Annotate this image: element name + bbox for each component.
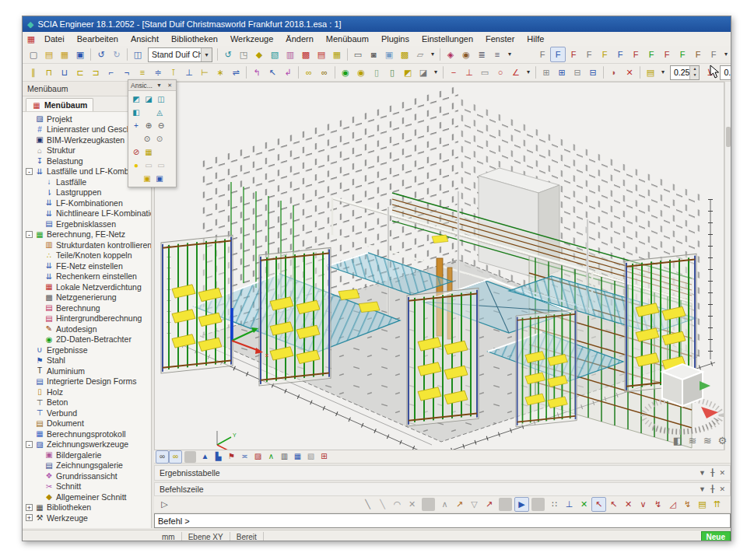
snap-arc-icon[interactable]: ◠ bbox=[390, 497, 405, 512]
activity1-icon[interactable]: ◩ bbox=[400, 65, 416, 80]
status-new-button[interactable]: Neue bbox=[701, 531, 731, 542]
tree-item[interactable]: ▯ Holz bbox=[23, 387, 151, 397]
tree-expander[interactable] bbox=[35, 325, 42, 332]
snap-node1-icon[interactable]: ↖ bbox=[591, 497, 606, 512]
tree-expander[interactable] bbox=[35, 189, 42, 196]
label8-icon[interactable]: F bbox=[644, 47, 659, 62]
copy2-icon[interactable]: ⊞ bbox=[554, 65, 570, 80]
menu-item[interactable]: Datei bbox=[38, 33, 71, 45]
settings-gear-icon[interactable]: ⚙ bbox=[717, 434, 728, 446]
tree-expander[interactable] bbox=[26, 157, 33, 164]
tree-expander[interactable]: + bbox=[26, 504, 33, 511]
section3-icon[interactable]: ⊔ bbox=[57, 65, 72, 80]
print-view2-icon[interactable]: ▭ bbox=[155, 159, 167, 172]
tree-expander[interactable]: - bbox=[26, 231, 33, 238]
tree-item[interactable]: ❖ Grundrissansicht bbox=[23, 471, 151, 481]
tree-expander[interactable] bbox=[35, 493, 42, 500]
section5-icon[interactable]: ⊐ bbox=[88, 65, 103, 80]
tools1-icon[interactable]: ◈ bbox=[443, 47, 458, 62]
clipboard-icon[interactable]: ▣ bbox=[141, 172, 153, 185]
title-bar[interactable]: ◆ SCIA Engineer 18.1.2052 - [Stand Duif … bbox=[23, 16, 731, 32]
panel-dropdown-icon[interactable]: ▼ bbox=[699, 485, 706, 493]
select2-icon[interactable]: ↖ bbox=[265, 65, 280, 80]
tree-expander[interactable] bbox=[26, 388, 33, 395]
tree-item[interactable]: ⇂ Lastgruppen bbox=[23, 187, 151, 198]
ortho-icon[interactable]: ⊥ bbox=[562, 497, 577, 512]
copy-attr-icon[interactable]: ▥ bbox=[282, 47, 298, 62]
planes-tool-icon[interactable]: ≋ bbox=[702, 434, 714, 446]
tree-item[interactable]: ▦ Lokale Netzverdichtung bbox=[23, 282, 151, 292]
picture-icon[interactable]: ▱ bbox=[412, 47, 428, 62]
snap-line2-icon[interactable]: ╲ bbox=[375, 497, 390, 512]
zoom-out-icon[interactable]: ⊖ bbox=[155, 119, 167, 132]
tree-item[interactable]: - ▨ Zeichnungswerkzeuge bbox=[23, 439, 151, 450]
tree-item[interactable]: ▥ Strukturdaten kontrollieren bbox=[23, 240, 151, 250]
tree-item[interactable]: ▤ Hintergrundberechnung bbox=[23, 313, 151, 324]
results-table-panel[interactable]: Ergebnisstabelle ▼ ╂ ✕ bbox=[154, 465, 731, 481]
section2-icon[interactable]: ⊓ bbox=[41, 65, 57, 80]
tree-item[interactable]: ⇊ Rechenkern einstellen bbox=[23, 271, 151, 282]
tree-expander[interactable] bbox=[35, 283, 42, 290]
tools4-icon[interactable]: ≡ bbox=[489, 47, 505, 62]
layers-tool-icon[interactable]: ≋ bbox=[686, 434, 698, 446]
tree-item[interactable]: T Aluminium bbox=[23, 366, 151, 376]
tree-expander[interactable] bbox=[26, 420, 33, 427]
tree-item[interactable]: ▤ Integrierte Design Forms bbox=[23, 376, 151, 387]
save-icon[interactable]: ▣ bbox=[72, 47, 88, 62]
tree-item[interactable]: ⇊ Nichtlineare LF-Kombinationen bbox=[23, 208, 151, 219]
view-palette[interactable]: Ansic... ▼ ✕ ◩◪◫◧◬+⊕⊖⊙⊙⊘▦●▭▭▣▣ bbox=[128, 79, 177, 187]
print-view1-icon[interactable]: ▭ bbox=[142, 159, 155, 172]
snap-node2-icon[interactable]: ↖ bbox=[606, 497, 621, 512]
tree-expander[interactable] bbox=[35, 241, 42, 248]
dim-line-icon[interactable]: − bbox=[446, 65, 461, 80]
tree-item[interactable]: ▦ Berechnungsprotokoll bbox=[23, 429, 151, 439]
tree-item[interactable]: ∴ Teile/Knoten koppeln bbox=[23, 250, 151, 261]
print-icon[interactable]: ▭ bbox=[350, 47, 366, 62]
zoom-prev-icon[interactable]: ⊘ bbox=[130, 145, 142, 159]
zoom-tool-icon[interactable] bbox=[657, 434, 668, 446]
zoom-in-icon[interactable]: ⊕ bbox=[142, 119, 155, 132]
move-icon[interactable]: ◗ bbox=[606, 65, 622, 80]
tree-item[interactable]: ▩ Netzgenerierung bbox=[23, 292, 151, 303]
tree-expander[interactable] bbox=[26, 409, 33, 416]
axes-icon[interactable]: + bbox=[130, 119, 142, 132]
delete-icon[interactable]: ✕ bbox=[622, 65, 637, 80]
menu-tree-icon[interactable]: ▦ bbox=[24, 34, 38, 44]
label6-icon[interactable]: F bbox=[612, 47, 628, 62]
snap-node6-icon[interactable]: ◿ bbox=[665, 497, 680, 512]
new-icon[interactable]: ▢ bbox=[26, 47, 41, 62]
tree-expander[interactable] bbox=[35, 472, 42, 479]
pair1-icon[interactable]: ∞ bbox=[301, 65, 317, 80]
dim-angle-icon[interactable]: ∠ bbox=[508, 65, 524, 80]
grid-dots-icon[interactable]: ∷ bbox=[547, 497, 562, 512]
render-icon[interactable]: ◆ bbox=[251, 47, 267, 62]
binocular1-icon[interactable]: ◉ bbox=[338, 65, 353, 80]
tree-item[interactable]: ∪ Ergebnisse bbox=[23, 345, 151, 355]
project-combo[interactable]: Stand Duif Christr ▾ bbox=[148, 47, 212, 62]
tree-expander[interactable] bbox=[35, 294, 42, 301]
tree-item[interactable]: ◉ 2D-Daten-Betrachter bbox=[23, 334, 151, 345]
clip-box-icon[interactable]: ▧ bbox=[267, 47, 282, 62]
tree-expander[interactable] bbox=[35, 273, 42, 280]
snap-line1-icon[interactable]: ╲ bbox=[360, 497, 375, 512]
tree-item[interactable]: + ⚒ Werkzeuge bbox=[23, 513, 151, 523]
tree-expander[interactable] bbox=[26, 399, 33, 406]
label3-icon[interactable]: F bbox=[566, 47, 581, 62]
palette-close-icon[interactable]: ✕ bbox=[166, 82, 174, 89]
zoom-all-icon[interactable]: ⊙ bbox=[153, 132, 166, 145]
tree-item[interactable]: + ▦ Bibliotheken bbox=[23, 502, 151, 513]
tree-expander[interactable] bbox=[26, 357, 33, 364]
tree-item[interactable]: ⊤ Verbund bbox=[23, 408, 151, 418]
view-front-icon[interactable]: ◪ bbox=[142, 93, 155, 106]
menu-item[interactable]: Hilfe bbox=[521, 33, 550, 45]
tools2-icon[interactable]: ◉ bbox=[458, 47, 474, 62]
tree-item[interactable]: ⇊ FE-Netz einstellen bbox=[23, 261, 151, 271]
tree-item[interactable]: ⊤ Beton bbox=[23, 397, 151, 408]
menu-item[interactable]: Fenster bbox=[479, 33, 521, 45]
viewport-3d[interactable]: x Y x bbox=[154, 82, 724, 450]
tree-expander[interactable]: - bbox=[26, 441, 33, 448]
tree-expander[interactable] bbox=[26, 147, 33, 154]
tree-expander[interactable]: - bbox=[26, 168, 33, 175]
menu-item[interactable]: Einstellungen bbox=[416, 33, 479, 45]
tree-expander[interactable] bbox=[26, 136, 33, 143]
